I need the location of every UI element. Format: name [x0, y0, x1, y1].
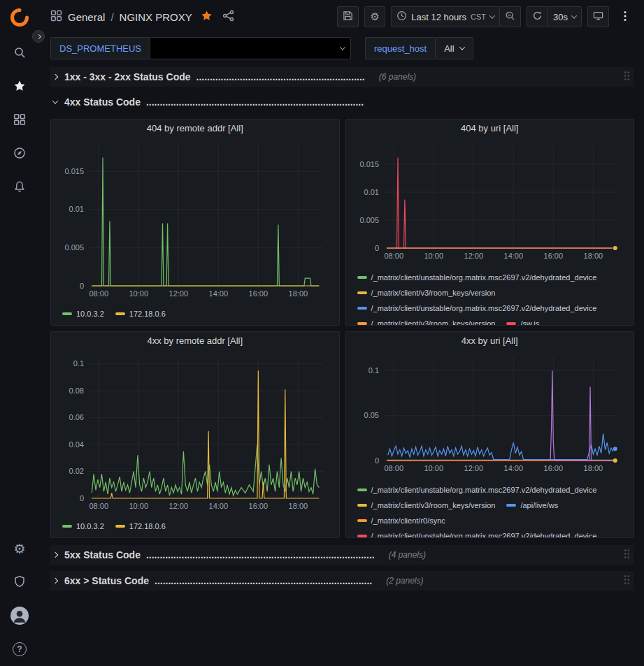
panel-legend: /_matrix/client/unstable/org.matrix.msc2…	[346, 264, 634, 325]
legend-item[interactable]: /sw.js	[506, 316, 539, 325]
grafana-logo[interactable]	[0, 0, 39, 36]
legend-item[interactable]: 172.18.0.6	[115, 519, 166, 534]
legend-item[interactable]: 10.0.3.2	[62, 519, 104, 534]
sidebar-item-search[interactable]	[0, 36, 39, 70]
panel-title[interactable]: 404 by uri [All]	[346, 120, 634, 138]
chevron-down-icon	[489, 13, 495, 18]
chart-area[interactable]: 08:0010:0012:0014:0016:0018:0000.050.1	[346, 350, 634, 477]
svg-text:14:00: 14:00	[503, 464, 523, 472]
legend-item[interactable]: /_matrix/client/v3/room_keys/version	[357, 285, 496, 301]
svg-text:10:00: 10:00	[424, 252, 443, 260]
page-title[interactable]: NGINX PROXY	[120, 11, 192, 23]
panel-grid: 404 by remote addr [All]08:0010:0012:001…	[50, 119, 634, 538]
legend-item[interactable]: /_matrix/client/unstable/org.matrix.msc2…	[357, 270, 597, 285]
legend-item[interactable]: /api/live/ws	[506, 498, 558, 513]
refresh-button[interactable]	[527, 6, 548, 27]
row-6xx-status-code[interactable]: 6xx > Status Code ......................…	[50, 571, 634, 591]
dashboard-settings-button[interactable]: ⚙	[364, 6, 385, 27]
svg-text:14:00: 14:00	[503, 252, 523, 260]
svg-text:12:00: 12:00	[464, 252, 483, 260]
breadcrumb: General / NGINX PROXY	[50, 10, 234, 24]
row-panel-count: (2 panels)	[386, 576, 423, 586]
svg-text:0.02: 0.02	[69, 467, 84, 475]
panel-4xx-by-remote-addr-all: 4xx by remote addr [All]08:0010:0012:001…	[50, 331, 340, 538]
row-title-dots: ........................................…	[155, 575, 372, 586]
breadcrumb-section[interactable]: General	[68, 11, 105, 23]
kebab-menu-button[interactable]	[615, 6, 636, 27]
sidebar-expand-toggle[interactable]	[32, 30, 45, 43]
legend-label: 172.18.0.6	[129, 522, 166, 530]
svg-text:0: 0	[374, 456, 378, 465]
sidebar-item-help[interactable]: ?	[0, 632, 39, 666]
legend-item[interactable]: /_matrix/client/unstable/org.matrix.msc2…	[357, 301, 597, 316]
legend-swatch-icon	[115, 312, 125, 315]
row-title-dots: ........................................…	[146, 549, 375, 560]
sidebar-item-alerting[interactable]	[0, 171, 39, 204]
row-drag-handle[interactable]	[624, 574, 630, 587]
panel-title[interactable]: 404 by remote addr [All]	[51, 120, 339, 138]
legend-item[interactable]: /_matrix/client/v3/room_keys/version	[357, 498, 496, 513]
chart-area[interactable]: 08:0010:0012:0014:0016:0018:0000.0050.01…	[51, 138, 339, 302]
request-host-value-dropdown[interactable]: All	[435, 37, 473, 59]
sidebar-item-explore[interactable]	[0, 137, 39, 171]
favorite-star-icon[interactable]	[201, 10, 213, 24]
svg-text:14:00: 14:00	[209, 502, 229, 510]
share-icon[interactable]	[222, 10, 234, 24]
sidebar-item-profile[interactable]	[0, 599, 39, 632]
time-range-picker[interactable]: Last 12 hours CST	[391, 6, 500, 27]
panel-title[interactable]: 4xx by uri [All]	[346, 332, 634, 350]
shield-icon	[13, 575, 26, 590]
row-1xx-3xx-2xx-status-code[interactable]: 1xx - 3xx - 2xx Status Code ............…	[50, 67, 634, 87]
legend-swatch-icon	[506, 322, 516, 325]
svg-text:08:00: 08:00	[89, 502, 108, 510]
legend-swatch-icon	[357, 535, 367, 537]
timezone-label: CST	[471, 13, 486, 21]
legend-item[interactable]: /_matrix/client/r0/sync	[357, 513, 445, 528]
row-drag-handle[interactable]	[624, 549, 630, 561]
svg-text:12:00: 12:00	[169, 502, 189, 510]
row-5xx-status-code[interactable]: 5xx Status Code ........................…	[50, 545, 634, 565]
save-dashboard-button[interactable]	[337, 6, 359, 27]
bell-icon	[13, 180, 26, 195]
row-drag-handle[interactable]	[624, 71, 630, 83]
legend-item[interactable]: /_matrix/client/unstable/org.matrix.msc2…	[357, 528, 597, 537]
request-host-variable-label[interactable]: request_host	[365, 37, 436, 59]
sidebar-item-configuration[interactable]: ⚙	[0, 532, 39, 565]
datasource-value-dropdown[interactable]	[150, 37, 351, 59]
sidebar-item-dashboards[interactable]	[0, 103, 39, 137]
apps-grid-icon	[50, 10, 62, 24]
legend-item[interactable]: /_matrix/client/v3/room_keys/version	[357, 316, 496, 325]
panel-4xx-by-uri-all: 4xx by uri [All]08:0010:0012:0014:0016:0…	[345, 331, 635, 538]
chart-area[interactable]: 08:0010:0012:0014:0016:0018:0000.020.040…	[51, 350, 339, 514]
chart-area[interactable]: 08:0010:0012:0014:0016:0018:0000.0050.01…	[346, 138, 634, 264]
sidebar-item-starred[interactable]	[0, 70, 39, 103]
legend-item[interactable]: /_matrix/client/unstable/org.matrix.msc2…	[357, 482, 597, 498]
datasource-variable-label[interactable]: DS_PROMETHEUS	[50, 37, 150, 59]
panel-title[interactable]: 4xx by remote addr [All]	[51, 332, 339, 350]
legend-label: /_matrix/client/r0/sync	[371, 516, 445, 525]
legend-item[interactable]: 172.18.0.6	[115, 306, 166, 321]
svg-text:0.06: 0.06	[69, 413, 84, 421]
legend-swatch-icon	[357, 519, 367, 522]
svg-text:0.1: 0.1	[368, 366, 378, 375]
panel-404-by-uri-all: 404 by uri [All]08:0010:0012:0014:0016:0…	[345, 119, 635, 326]
row-4xx-status-code[interactable]: 4xx Status Code ........................…	[50, 92, 634, 112]
row-title: 1xx - 3xx - 2xx Status Code	[64, 71, 191, 82]
chevron-down-icon	[571, 13, 577, 18]
dashboard: 1xx - 3xx - 2xx Status Code ............…	[39, 63, 644, 666]
svg-text:18:00: 18:00	[289, 289, 308, 298]
zoom-out-button[interactable]	[499, 6, 521, 27]
svg-text:0.01: 0.01	[364, 188, 378, 196]
dashboard-toolbar: ⚙ Last 12 hours CST	[337, 6, 636, 27]
submenu: DS_PROMETHEUS request_host All	[39, 34, 644, 63]
svg-text:10:00: 10:00	[424, 464, 443, 472]
legend-label: 10.0.3.2	[76, 522, 104, 530]
top-bar: General / NGINX PROXY ⚙	[39, 0, 644, 34]
tv-mode-button[interactable]	[587, 6, 609, 27]
legend-item[interactable]: 10.0.3.2	[62, 306, 104, 321]
chevron-right-icon	[36, 34, 41, 38]
legend-swatch-icon	[62, 525, 72, 528]
svg-text:16:00: 16:00	[249, 502, 269, 510]
refresh-interval-picker[interactable]: 30s	[548, 6, 582, 27]
sidebar-item-server-admin[interactable]	[0, 565, 39, 599]
